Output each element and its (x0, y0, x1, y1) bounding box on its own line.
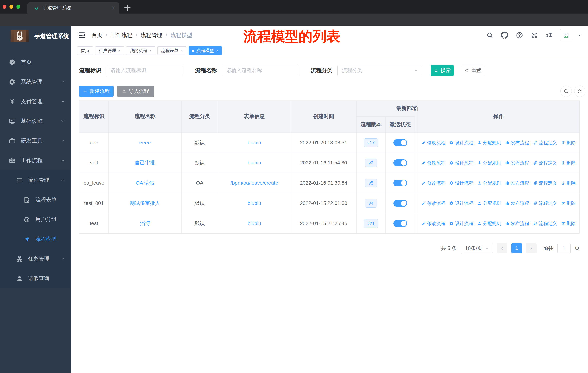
sidebar-item-workflow[interactable]: 工作流程 (0, 151, 71, 170)
sidebar-item-paper-plane[interactable]: 流程模型 (0, 229, 71, 249)
tag-close-icon[interactable]: × (118, 49, 121, 53)
op-delete-link[interactable]: 删除 (561, 221, 576, 227)
op-publish-link[interactable]: 发布流程 (505, 180, 529, 186)
cell-model-name-link[interactable]: eeee (139, 140, 151, 146)
active-status-toggle[interactable] (393, 139, 407, 146)
op-definition-link[interactable]: 流程定义 (533, 221, 557, 227)
filter-key-input[interactable] (106, 65, 183, 76)
minimize-window-button[interactable] (10, 5, 13, 9)
sidebar-item-gear[interactable]: 系统管理 (0, 72, 71, 92)
sidebar-item-briefcase[interactable]: 研发工具 (0, 131, 71, 151)
fullscreen-icon[interactable] (531, 32, 538, 39)
avatar-caret-down-icon[interactable] (578, 33, 582, 37)
tab-close-icon[interactable]: × (112, 5, 115, 11)
cell-model-name-link[interactable]: 测试多审批人 (130, 200, 160, 207)
breadcrumb-item[interactable]: 流程管理 (141, 31, 162, 39)
op-definition-link[interactable]: 流程定义 (533, 200, 557, 206)
active-status-toggle[interactable] (393, 159, 407, 166)
zoom-window-button[interactable] (16, 5, 20, 9)
op-design-gear-link[interactable]: 设计流程 (450, 200, 473, 206)
dashboard-icon (9, 59, 16, 66)
op-design-gear-link[interactable]: 设计流程 (450, 140, 473, 146)
op-edit-link[interactable]: 修改流程 (422, 221, 445, 227)
sidebar-item-process-list[interactable]: 流程管理 (0, 170, 71, 190)
reset-button[interactable]: 重置 (462, 65, 484, 76)
op-edit-link[interactable]: 修改流程 (422, 200, 445, 206)
op-delete-link[interactable]: 删除 (561, 140, 576, 146)
view-tag[interactable]: 租户管理× (95, 46, 124, 55)
op-publish-link[interactable]: 发布流程 (505, 140, 529, 146)
brand-row[interactable]: 芋道管理系统 (0, 26, 71, 46)
op-delete-link[interactable]: 删除 (561, 200, 576, 206)
op-edit-link[interactable]: 修改流程 (422, 140, 445, 146)
op-design-gear-link[interactable]: 设计流程 (450, 160, 473, 166)
prev-page-button[interactable] (497, 243, 507, 253)
sidebar-item-yen[interactable]: 支付管理 (0, 92, 71, 111)
active-status-toggle[interactable] (393, 180, 407, 186)
view-tag[interactable]: 流程模型× (189, 46, 222, 55)
avatar[interactable] (560, 29, 572, 41)
goto-page-input[interactable] (557, 243, 570, 253)
toggle-search-button[interactable] (560, 86, 572, 97)
op-assign-user-link[interactable]: 分配规则 (477, 221, 501, 227)
op-definition-link[interactable]: 流程定义 (533, 140, 557, 146)
op-assign-user-link[interactable]: 分配规则 (477, 140, 501, 146)
help-icon[interactable] (516, 31, 523, 39)
op-publish-link[interactable]: 发布流程 (505, 221, 529, 227)
sidebar-item-dashboard[interactable]: 首页 (0, 52, 71, 72)
tag-close-icon[interactable]: × (216, 49, 219, 53)
refresh-table-button[interactable] (574, 86, 586, 97)
cell-form-link[interactable]: biubiu (248, 160, 261, 166)
op-delete-link[interactable]: 删除 (561, 160, 576, 166)
tag-close-icon[interactable]: × (181, 49, 183, 53)
op-design-gear-link[interactable]: 设计流程 (450, 180, 473, 186)
close-window-button[interactable] (2, 5, 6, 9)
browser-tab[interactable]: 芋道管理系统 × (27, 2, 119, 14)
sidebar-item-monitor[interactable]: 基础设施 (0, 111, 71, 131)
cell-form-link[interactable]: biubiu (248, 221, 261, 226)
font-size-icon[interactable] (545, 31, 553, 39)
breadcrumb-item[interactable]: 首页 (92, 31, 102, 39)
cell-model-name-link[interactable]: OA 请假 (136, 180, 154, 186)
cell-form-link[interactable]: /bpm/oa/leave/create (231, 180, 278, 186)
github-icon[interactable] (501, 31, 508, 39)
op-publish-link[interactable]: 发布流程 (505, 160, 529, 166)
cell-form-link[interactable]: biubiu (248, 140, 261, 146)
op-assign-user-link[interactable]: 分配规则 (477, 160, 501, 166)
next-page-button[interactable] (526, 243, 537, 253)
import-model-button[interactable]: 导入流程 (117, 86, 154, 97)
search-button[interactable]: 搜索 (431, 65, 454, 76)
sidebar-item-person[interactable]: 请假查询 (0, 269, 71, 288)
op-publish-link[interactable]: 发布流程 (505, 200, 529, 206)
create-model-button[interactable]: 新建流程 (79, 86, 114, 97)
sidebar-item-user-group[interactable]: 用户分组 (0, 210, 71, 229)
op-delete-link[interactable]: 删除 (561, 180, 576, 186)
filter-category-select[interactable]: 流程分类 (337, 65, 422, 76)
cell-form-link[interactable]: biubiu (248, 200, 261, 206)
sidebar-item-form[interactable]: 流程表单 (0, 190, 71, 210)
sidebar-item-task[interactable]: 任务管理 (0, 249, 71, 269)
op-definition-link[interactable]: 流程定义 (533, 180, 557, 186)
op-assign-user-link[interactable]: 分配规则 (477, 180, 501, 186)
view-tag[interactable]: 流程表单× (158, 46, 187, 55)
page-1-button[interactable]: 1 (511, 243, 522, 253)
sidebar-fold-button[interactable] (78, 31, 86, 39)
new-tab-button[interactable] (123, 4, 132, 12)
active-status-toggle[interactable] (393, 200, 407, 207)
op-assign-user-link[interactable]: 分配规则 (477, 200, 501, 206)
filter-name-input[interactable] (222, 65, 299, 76)
cell-model-name-link[interactable]: 自己审批 (135, 159, 155, 166)
op-definition-link[interactable]: 流程定义 (533, 160, 557, 166)
broken-image-icon (563, 32, 570, 39)
page-size-select[interactable]: 10条/页 (462, 243, 493, 253)
cell-model-name-link[interactable]: 滔博 (140, 220, 150, 227)
active-status-toggle[interactable] (393, 220, 407, 227)
op-edit-link[interactable]: 修改流程 (422, 160, 445, 166)
tag-close-icon[interactable]: × (149, 49, 152, 53)
op-edit-link[interactable]: 修改流程 (422, 180, 445, 186)
header-search-icon[interactable] (486, 32, 493, 39)
view-tag[interactable]: 首页 (77, 46, 93, 55)
view-tag[interactable]: 我的流程× (126, 46, 155, 55)
breadcrumb-item[interactable]: 工作流程 (110, 31, 132, 39)
op-design-gear-link[interactable]: 设计流程 (450, 221, 473, 227)
